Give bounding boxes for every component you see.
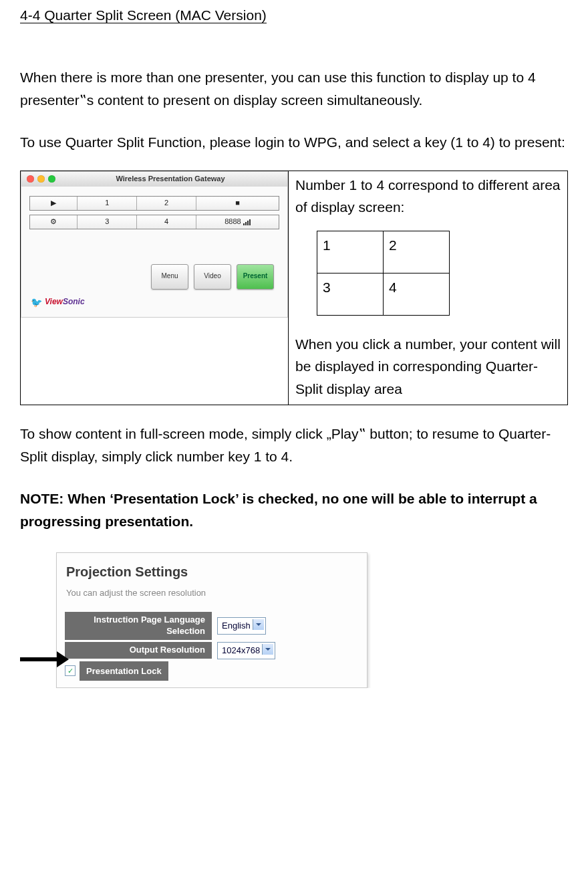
signal-icon	[243, 219, 251, 225]
menu-button[interactable]: Menu	[151, 264, 188, 290]
section-heading: 4-4 Quarter Split Screen (MAC Version)	[20, 7, 267, 23]
presentation-lock-label: Presentation Lock	[80, 661, 168, 681]
zoom-icon[interactable]	[48, 175, 55, 183]
window-title: Wireless Presentation Gateway	[59, 173, 282, 185]
mac-app-cell: Wireless Presentation Gateway ▶ 1 2 ■ ⚙	[21, 171, 289, 405]
projection-settings-panel: Projection Settings You can adjust the s…	[56, 552, 368, 688]
quadrant-row-2: ⚙ 3 4 8888	[29, 215, 279, 229]
split-explanation-table: Wireless Presentation Gateway ▶ 1 2 ■ ⚙	[20, 171, 568, 405]
language-label: Instruction Page Language Selection	[65, 612, 212, 640]
quadrant-3-button[interactable]: 3	[77, 215, 136, 229]
resolution-label: Output Resolution	[65, 642, 212, 658]
quad-cell-2: 2	[384, 231, 450, 273]
stop-button[interactable]: ■	[196, 197, 279, 210]
pointer-arrow-icon	[20, 651, 77, 667]
quad-cell-3: 3	[317, 273, 384, 315]
paragraph-instruction: To use Quarter Split Function, please lo…	[20, 131, 568, 154]
video-button[interactable]: Video	[194, 264, 231, 290]
note-lock: NOTE: When ‘Presentation Lock’ is checke…	[20, 487, 568, 534]
paragraph-intro: When there is more than one presenter, y…	[20, 66, 568, 112]
quadrant-2-button[interactable]: 2	[136, 197, 196, 210]
birds-icon: 🐦	[31, 295, 42, 310]
quadrant-row-1: ▶ 1 2 ■	[29, 196, 279, 211]
quadrant-1-button[interactable]: 1	[77, 197, 136, 210]
quad-explain-top: Number 1 to 4 correspond to different ar…	[295, 174, 561, 219]
play-button[interactable]: ▶	[30, 197, 77, 210]
config-button[interactable]: ⚙	[30, 215, 77, 229]
projection-settings-subtitle: You can adjust the screen resolution	[57, 583, 367, 609]
mac-app-window: Wireless Presentation Gateway ▶ 1 2 ■ ⚙	[21, 171, 288, 318]
explanation-cell: Number 1 to 4 correspond to different ar…	[289, 171, 568, 405]
login-code: 8888	[196, 215, 279, 229]
brand-logo: 🐦 ViewSonic	[29, 295, 279, 310]
paragraph-fullscreen: To show content in full-screen mode, sim…	[20, 423, 568, 469]
mac-titlebar: Wireless Presentation Gateway	[21, 172, 287, 187]
minimize-icon[interactable]	[37, 175, 45, 183]
quadrant-map-table: 1 2 3 4	[317, 231, 450, 316]
quadrant-4-button[interactable]: 4	[136, 215, 196, 229]
quad-cell-4: 4	[384, 273, 450, 315]
close-icon[interactable]	[27, 175, 34, 183]
projection-settings-title: Projection Settings	[57, 553, 367, 583]
present-button[interactable]: Present	[237, 264, 274, 290]
quad-explain-bottom: When you click a number, your content wi…	[295, 333, 561, 401]
language-select[interactable]: English	[217, 617, 266, 635]
quad-cell-1: 1	[317, 231, 384, 273]
resolution-select[interactable]: 1024x768	[217, 642, 275, 659]
